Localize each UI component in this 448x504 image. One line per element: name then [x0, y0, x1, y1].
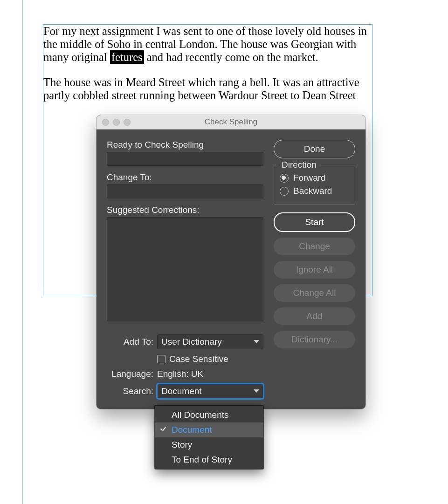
- suggested-label: Suggested Corrections:: [107, 205, 263, 215]
- direction-backward-option[interactable]: Backward: [280, 186, 349, 196]
- misspelled-selection[interactable]: fetures: [110, 50, 144, 64]
- search-select[interactable]: Document: [157, 384, 263, 399]
- story-text[interactable]: For my next assignment I was sent to one…: [43, 25, 372, 102]
- start-button[interactable]: Start: [274, 212, 355, 232]
- zoom-icon[interactable]: [124, 119, 131, 126]
- dialog-titlebar[interactable]: Check Spelling: [96, 115, 365, 129]
- forward-label: Forward: [293, 173, 326, 183]
- change-all-button[interactable]: Change All: [274, 284, 355, 302]
- add-button[interactable]: Add: [274, 307, 355, 325]
- add-to-value: User Dictionary: [161, 337, 222, 347]
- text-run: and had recently come on the market.: [144, 51, 318, 63]
- search-dropdown-menu: All Documents Document Story To End of S…: [155, 406, 263, 469]
- menu-item-all-documents[interactable]: All Documents: [155, 408, 263, 422]
- guide-vertical: [22, 0, 23, 504]
- check-spelling-dialog: Check Spelling Ready to Check Spelling C…: [96, 115, 365, 409]
- change-button[interactable]: Change: [274, 238, 355, 255]
- direction-legend: Direction: [279, 160, 319, 170]
- menu-item-to-end-of-story[interactable]: To End of Story: [155, 452, 263, 467]
- change-to-label: Change To:: [107, 172, 263, 183]
- search-value: Document: [161, 386, 202, 396]
- dialog-title: Check Spelling: [96, 117, 365, 127]
- language-label: Language:: [107, 369, 157, 379]
- menu-item-story[interactable]: Story: [155, 437, 263, 452]
- suggestions-list[interactable]: [107, 217, 263, 321]
- language-value: English: UK: [157, 369, 263, 379]
- chevron-down-icon: [254, 339, 259, 345]
- menu-item-label: All Documents: [172, 410, 229, 420]
- search-label: Search:: [107, 386, 157, 396]
- radio-icon: [280, 187, 289, 196]
- minimize-icon[interactable]: [113, 119, 120, 126]
- done-button[interactable]: Done: [274, 140, 355, 158]
- status-label: Ready to Check Spelling: [107, 140, 263, 150]
- check-icon: [159, 426, 167, 433]
- close-icon[interactable]: [102, 119, 109, 126]
- menu-item-label: Document: [172, 425, 212, 435]
- change-to-input[interactable]: [107, 184, 263, 198]
- chevron-down-icon: [254, 388, 259, 394]
- direction-forward-option[interactable]: Forward: [280, 173, 349, 183]
- text-run: The house was in Meard Street which rang…: [43, 76, 372, 102]
- add-to-label: Add To:: [107, 337, 157, 347]
- radio-icon: [280, 174, 289, 183]
- ignore-all-button[interactable]: Ignore All: [274, 261, 355, 279]
- add-to-select[interactable]: User Dictionary: [157, 334, 263, 349]
- dictionary-button[interactable]: Dictionary...: [274, 331, 355, 348]
- menu-item-label: To End of Story: [172, 455, 232, 465]
- window-controls: [96, 119, 131, 126]
- case-sensitive-label: Case Sensitive: [169, 354, 228, 364]
- misspelled-word-input[interactable]: [107, 152, 263, 166]
- menu-item-document[interactable]: Document: [155, 422, 263, 437]
- menu-item-label: Story: [172, 440, 192, 450]
- design-canvas: For my next assignment I was sent to one…: [0, 0, 448, 504]
- direction-group: Direction Forward Backward: [274, 165, 355, 205]
- backward-label: Backward: [293, 186, 332, 196]
- case-sensitive-checkbox[interactable]: [157, 355, 165, 363]
